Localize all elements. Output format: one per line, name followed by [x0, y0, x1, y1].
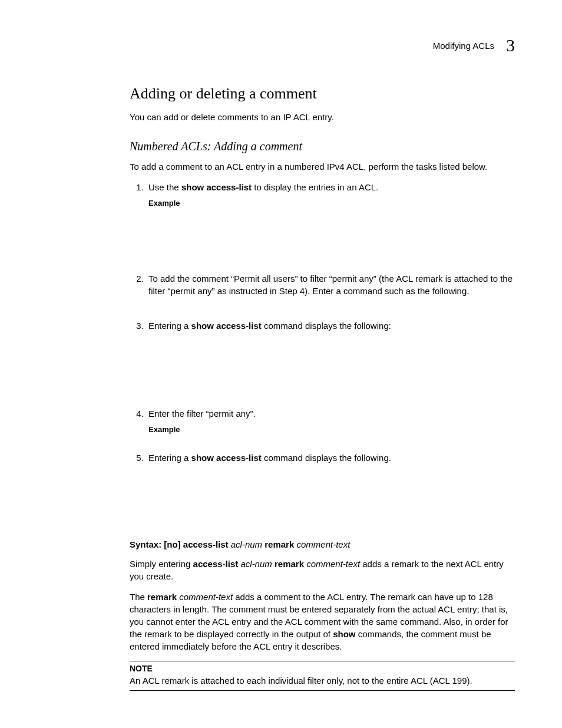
- step-5-cmd: show access-list: [191, 453, 262, 463]
- p2-b1: remark: [147, 592, 179, 602]
- header-section: Modifying ACLs: [433, 41, 494, 51]
- syntax-p1: [no] access-list: [164, 539, 230, 549]
- step-1-text-b: to display the entries in an ACL.: [252, 182, 378, 192]
- syntax-label: Syntax:: [130, 539, 164, 549]
- step-1: Use the show access-list to display the …: [146, 181, 515, 268]
- p1-i1: acl-num: [240, 559, 272, 569]
- example-label-4: Example: [148, 424, 515, 435]
- step-1-text-a: Use the: [148, 182, 181, 192]
- step-5-text-b: command displays the following.: [262, 453, 391, 463]
- code-placeholder-3: [148, 332, 515, 403]
- running-header: Modifying ACLs 3: [59, 35, 515, 55]
- p1-a: Simply entering: [130, 559, 193, 569]
- example-label-1: Example: [148, 198, 515, 209]
- paragraph-2: The remark comment-text adds a comment t…: [130, 591, 515, 653]
- step-3-cmd: show access-list: [191, 321, 262, 331]
- page: Modifying ACLs 3 Adding or deleting a co…: [0, 0, 562, 726]
- step-4: Enter the filter “permit any”. Example: [146, 407, 515, 447]
- step-2-text: To add the comment “Permit all users” to…: [148, 274, 513, 296]
- note-title: NOTE: [130, 664, 515, 673]
- code-placeholder-4: [148, 435, 515, 447]
- step-5: Entering a show access-list command disp…: [146, 452, 515, 535]
- heading-2: Numbered ACLs: Adding a comment: [130, 140, 515, 153]
- note-body: An ACL remark is attached to each indivi…: [130, 674, 515, 687]
- note-block: NOTE An ACL remark is attached to each i…: [130, 661, 515, 691]
- p1-b1: access-list: [193, 559, 241, 569]
- p1-b2: remark: [272, 559, 306, 569]
- step-3-text-a: Entering a: [148, 321, 191, 331]
- step-2: To add the comment “Permit all users” to…: [146, 272, 515, 315]
- syntax-i1: acl-num: [231, 539, 262, 549]
- step-1-cmd: show access-list: [181, 182, 252, 192]
- step-4-text: Enter the filter “permit any”.: [148, 409, 256, 419]
- heading-1: Adding or deleting a comment: [130, 85, 515, 103]
- paragraph-1: Simply entering access-list acl-num rema…: [130, 558, 515, 582]
- p2-b2: show: [333, 629, 355, 639]
- chapter-number: 3: [506, 35, 515, 55]
- sub-intro: To add a comment to an ACL entry in a nu…: [130, 160, 515, 173]
- steps-list: Use the show access-list to display the …: [130, 181, 515, 535]
- content-area: Adding or deleting a comment You can add…: [130, 85, 515, 691]
- p1-i2: comment-text: [306, 559, 360, 569]
- step-5-text-a: Entering a: [148, 453, 191, 463]
- syntax-i2: comment-text: [296, 539, 350, 549]
- step-3-text-b: command displays the following:: [262, 321, 391, 331]
- step-3: Entering a show access-list command disp…: [146, 319, 515, 403]
- p2-a: The: [130, 592, 147, 602]
- code-placeholder-2: [148, 297, 515, 315]
- p2-i1: comment-text: [179, 592, 233, 602]
- syntax-line: Syntax: [no] access-list acl-num remark …: [130, 539, 515, 549]
- intro-paragraph: You can add or delete comments to an IP …: [130, 111, 515, 123]
- syntax-p2: remark: [262, 539, 296, 549]
- code-placeholder-5: [148, 464, 515, 535]
- code-placeholder-1: [148, 209, 515, 268]
